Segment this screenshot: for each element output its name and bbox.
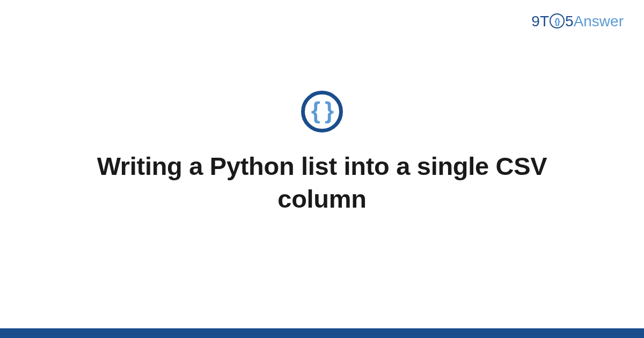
braces-icon: { } — [311, 99, 333, 122]
code-braces-circle-icon: { } — [301, 91, 343, 133]
main-content: { } Writing a Python list into a single … — [0, 0, 644, 327]
page-title: Writing a Python list into a single CSV … — [80, 150, 564, 215]
footer-bar — [0, 328, 644, 338]
